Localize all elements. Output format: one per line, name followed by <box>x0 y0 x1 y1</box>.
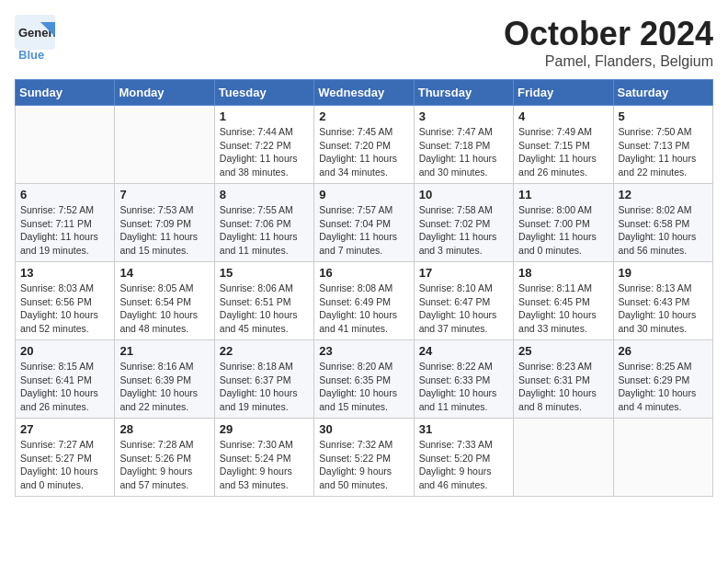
day-info: Sunrise: 8:00 AM Sunset: 7:00 PM Dayligh… <box>518 203 608 258</box>
calendar-cell: 17Sunrise: 8:10 AM Sunset: 6:47 PM Dayli… <box>414 262 513 340</box>
calendar-cell: 23Sunrise: 8:20 AM Sunset: 6:35 PM Dayli… <box>314 340 414 419</box>
calendar-cell: 9Sunrise: 7:57 AM Sunset: 7:04 PM Daylig… <box>314 184 414 262</box>
day-number: 19 <box>619 266 708 280</box>
day-number: 30 <box>319 422 408 436</box>
day-info: Sunrise: 7:32 AM Sunset: 5:22 PM Dayligh… <box>319 438 408 492</box>
day-info: Sunrise: 7:27 AM Sunset: 5:27 PM Dayligh… <box>20 438 109 492</box>
day-number: 3 <box>419 109 508 123</box>
weekday-header-thursday: Thursday <box>414 80 513 106</box>
day-info: Sunrise: 7:58 AM Sunset: 7:02 PM Dayligh… <box>419 203 508 258</box>
day-info: Sunrise: 7:52 AM Sunset: 7:11 PM Dayligh… <box>20 203 109 258</box>
calendar-cell: 24Sunrise: 8:22 AM Sunset: 6:33 PM Dayli… <box>414 340 513 419</box>
calendar-cell: 29Sunrise: 7:30 AM Sunset: 5:24 PM Dayli… <box>214 419 313 497</box>
logo-icon: General <box>15 15 55 50</box>
calendar-table: SundayMondayTuesdayWednesdayThursdayFrid… <box>15 79 713 497</box>
weekday-header-sunday: Sunday <box>16 80 115 106</box>
day-number: 28 <box>119 422 209 436</box>
day-number: 1 <box>220 109 309 123</box>
day-info: Sunrise: 8:06 AM Sunset: 6:51 PM Dayligh… <box>220 282 309 336</box>
calendar-cell: 26Sunrise: 8:25 AM Sunset: 6:29 PM Dayli… <box>613 340 712 419</box>
weekday-header-tuesday: Tuesday <box>214 80 313 106</box>
day-info: Sunrise: 7:33 AM Sunset: 5:20 PM Dayligh… <box>419 438 508 492</box>
month-title: October 2024 <box>504 15 713 53</box>
day-number: 18 <box>518 266 608 280</box>
day-info: Sunrise: 7:30 AM Sunset: 5:24 PM Dayligh… <box>220 438 309 492</box>
week-row-1: 1Sunrise: 7:44 AM Sunset: 7:22 PM Daylig… <box>16 106 713 184</box>
calendar-cell: 12Sunrise: 8:02 AM Sunset: 6:58 PM Dayli… <box>613 184 712 262</box>
weekday-header-friday: Friday <box>514 80 613 106</box>
calendar-cell: 8Sunrise: 7:55 AM Sunset: 7:06 PM Daylig… <box>214 184 313 262</box>
calendar-cell: 21Sunrise: 8:16 AM Sunset: 6:39 PM Dayli… <box>115 340 214 419</box>
week-row-4: 20Sunrise: 8:15 AM Sunset: 6:41 PM Dayli… <box>16 340 713 419</box>
day-number: 14 <box>119 266 209 280</box>
weekday-header-monday: Monday <box>115 80 214 106</box>
day-info: Sunrise: 7:47 AM Sunset: 7:18 PM Dayligh… <box>419 125 508 179</box>
calendar-cell: 4Sunrise: 7:49 AM Sunset: 7:15 PM Daylig… <box>514 106 613 184</box>
calendar-cell: 11Sunrise: 8:00 AM Sunset: 7:00 PM Dayli… <box>514 184 613 262</box>
calendar-cell <box>613 419 712 497</box>
day-number: 29 <box>220 422 309 436</box>
day-number: 7 <box>119 188 209 201</box>
calendar-cell: 10Sunrise: 7:58 AM Sunset: 7:02 PM Dayli… <box>414 184 513 262</box>
calendar-cell: 13Sunrise: 8:03 AM Sunset: 6:56 PM Dayli… <box>16 262 115 340</box>
calendar-cell: 16Sunrise: 8:08 AM Sunset: 6:49 PM Dayli… <box>314 262 414 340</box>
day-info: Sunrise: 7:49 AM Sunset: 7:15 PM Dayligh… <box>518 125 608 179</box>
day-number: 9 <box>319 188 408 201</box>
calendar-cell <box>514 419 613 497</box>
weekday-header-saturday: Saturday <box>613 80 712 106</box>
day-number: 13 <box>20 266 109 280</box>
title-block: October 2024 Pamel, Flanders, Belgium <box>504 15 713 70</box>
day-info: Sunrise: 7:45 AM Sunset: 7:20 PM Dayligh… <box>319 125 408 179</box>
day-info: Sunrise: 8:20 AM Sunset: 6:35 PM Dayligh… <box>319 360 408 414</box>
calendar-cell: 14Sunrise: 8:05 AM Sunset: 6:54 PM Dayli… <box>115 262 214 340</box>
calendar-cell: 30Sunrise: 7:32 AM Sunset: 5:22 PM Dayli… <box>314 419 414 497</box>
weekday-header-wednesday: Wednesday <box>314 80 414 106</box>
day-info: Sunrise: 8:23 AM Sunset: 6:31 PM Dayligh… <box>518 360 608 414</box>
day-info: Sunrise: 7:28 AM Sunset: 5:26 PM Dayligh… <box>119 438 209 492</box>
day-number: 8 <box>220 188 309 201</box>
day-number: 12 <box>619 188 708 201</box>
day-info: Sunrise: 7:50 AM Sunset: 7:13 PM Dayligh… <box>619 125 708 179</box>
day-info: Sunrise: 8:18 AM Sunset: 6:37 PM Dayligh… <box>220 360 309 414</box>
day-number: 25 <box>518 344 608 358</box>
day-number: 22 <box>220 344 309 358</box>
day-info: Sunrise: 8:03 AM Sunset: 6:56 PM Dayligh… <box>20 282 109 336</box>
day-info: Sunrise: 7:57 AM Sunset: 7:04 PM Dayligh… <box>319 203 408 258</box>
day-number: 16 <box>319 266 408 280</box>
calendar-cell: 2Sunrise: 7:45 AM Sunset: 7:20 PM Daylig… <box>314 106 414 184</box>
week-row-3: 13Sunrise: 8:03 AM Sunset: 6:56 PM Dayli… <box>16 262 713 340</box>
day-number: 26 <box>619 344 708 358</box>
calendar-cell: 31Sunrise: 7:33 AM Sunset: 5:20 PM Dayli… <box>414 419 513 497</box>
calendar-cell: 5Sunrise: 7:50 AM Sunset: 7:13 PM Daylig… <box>613 106 712 184</box>
calendar-cell: 22Sunrise: 8:18 AM Sunset: 6:37 PM Dayli… <box>214 340 313 419</box>
calendar-cell: 18Sunrise: 8:11 AM Sunset: 6:45 PM Dayli… <box>514 262 613 340</box>
week-row-5: 27Sunrise: 7:27 AM Sunset: 5:27 PM Dayli… <box>16 419 713 497</box>
day-number: 17 <box>419 266 508 280</box>
calendar-cell: 28Sunrise: 7:28 AM Sunset: 5:26 PM Dayli… <box>115 419 214 497</box>
day-number: 4 <box>518 109 608 123</box>
calendar-cell: 19Sunrise: 8:13 AM Sunset: 6:43 PM Dayli… <box>613 262 712 340</box>
day-number: 24 <box>419 344 508 358</box>
calendar-cell: 7Sunrise: 7:53 AM Sunset: 7:09 PM Daylig… <box>115 184 214 262</box>
calendar-cell: 3Sunrise: 7:47 AM Sunset: 7:18 PM Daylig… <box>414 106 513 184</box>
weekday-header-row: SundayMondayTuesdayWednesdayThursdayFrid… <box>16 80 713 106</box>
day-number: 23 <box>319 344 408 358</box>
day-number: 27 <box>20 422 109 436</box>
day-number: 11 <box>518 188 608 201</box>
day-info: Sunrise: 7:55 AM Sunset: 7:06 PM Dayligh… <box>220 203 309 258</box>
day-info: Sunrise: 8:25 AM Sunset: 6:29 PM Dayligh… <box>619 360 708 414</box>
calendar-cell <box>16 106 115 184</box>
day-info: Sunrise: 8:13 AM Sunset: 6:43 PM Dayligh… <box>619 282 708 336</box>
day-number: 31 <box>419 422 508 436</box>
day-info: Sunrise: 7:53 AM Sunset: 7:09 PM Dayligh… <box>119 203 209 258</box>
day-number: 21 <box>119 344 209 358</box>
day-number: 2 <box>319 109 408 123</box>
week-row-2: 6Sunrise: 7:52 AM Sunset: 7:11 PM Daylig… <box>16 184 713 262</box>
day-info: Sunrise: 8:16 AM Sunset: 6:39 PM Dayligh… <box>119 360 209 414</box>
calendar-cell: 20Sunrise: 8:15 AM Sunset: 6:41 PM Dayli… <box>16 340 115 419</box>
calendar-cell <box>115 106 214 184</box>
day-info: Sunrise: 8:05 AM Sunset: 6:54 PM Dayligh… <box>119 282 209 336</box>
calendar-cell: 25Sunrise: 8:23 AM Sunset: 6:31 PM Dayli… <box>514 340 613 419</box>
day-info: Sunrise: 8:08 AM Sunset: 6:49 PM Dayligh… <box>319 282 408 336</box>
day-info: Sunrise: 8:22 AM Sunset: 6:33 PM Dayligh… <box>419 360 508 414</box>
